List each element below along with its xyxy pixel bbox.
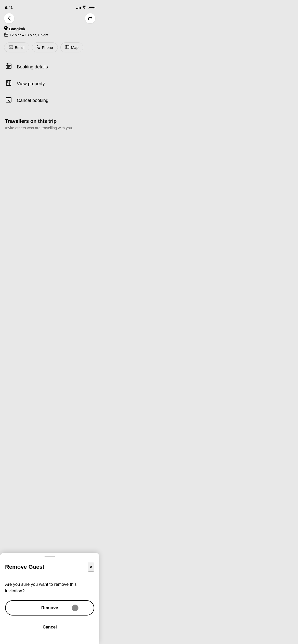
- location-text: Bangkok: [9, 27, 25, 31]
- status-icons: [76, 6, 94, 9]
- view-property-icon: [5, 80, 12, 87]
- svg-rect-17: [9, 82, 10, 83]
- email-label: Email: [15, 45, 24, 50]
- contact-buttons: Email Phone Map: [0, 40, 99, 56]
- cancel-booking-label: Cancel booking: [17, 98, 48, 103]
- location-row: Bangkok: [0, 25, 99, 32]
- top-bar: [0, 12, 99, 25]
- booking-details-label: Booking details: [17, 64, 48, 70]
- date-row: 12 Mar – 13 Mar, 1 night: [0, 32, 99, 40]
- svg-rect-15: [8, 83, 9, 85]
- section-divider: [0, 112, 99, 112]
- email-button[interactable]: Email: [4, 42, 29, 52]
- signal-icon: [76, 6, 81, 9]
- view-property-label: View property: [17, 81, 45, 86]
- back-button[interactable]: [4, 13, 14, 23]
- travellers-title: Travellers on this trip: [5, 118, 94, 124]
- email-icon: [9, 45, 13, 50]
- location-icon: [4, 26, 8, 32]
- svg-rect-18: [6, 97, 11, 102]
- travellers-subtitle: Invite others who are travelling with yo…: [5, 126, 94, 130]
- status-time: 9:41: [5, 5, 13, 10]
- view-property-item[interactable]: View property: [0, 75, 99, 92]
- booking-details-item[interactable]: Booking details: [0, 58, 99, 75]
- map-icon: [65, 45, 69, 50]
- map-label: Map: [71, 45, 78, 50]
- map-button[interactable]: Map: [60, 42, 83, 52]
- travellers-section: Travellers on this trip Invite others wh…: [0, 113, 99, 134]
- wifi-icon: [82, 6, 86, 9]
- date-text: 12 Mar – 13 Mar, 1 night: [10, 33, 48, 37]
- cancel-booking-icon: [5, 97, 12, 104]
- booking-details-icon: [5, 63, 12, 71]
- phone-button[interactable]: Phone: [32, 42, 58, 52]
- battery-icon: [88, 6, 94, 9]
- status-bar: 9:41: [0, 0, 99, 12]
- phone-icon: [37, 45, 40, 50]
- svg-marker-5: [65, 45, 69, 49]
- menu-section: Booking details View property Cancel boo…: [0, 56, 99, 111]
- phone-label: Phone: [42, 45, 53, 50]
- share-button[interactable]: [85, 13, 95, 23]
- cancel-booking-item[interactable]: Cancel booking: [0, 92, 99, 109]
- calendar-icon: [4, 33, 8, 37]
- svg-rect-0: [4, 33, 8, 36]
- svg-rect-16: [7, 82, 8, 83]
